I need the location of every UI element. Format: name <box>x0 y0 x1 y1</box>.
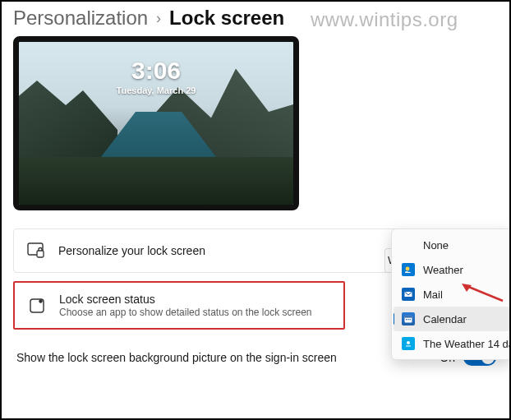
chevron-right-icon: › <box>156 10 161 27</box>
weather-14day-icon <box>402 337 415 350</box>
dropdown-item-label: None <box>423 239 449 252</box>
dropdown-item-weather[interactable]: Weather <box>394 257 510 282</box>
dropdown-item-label: Mail <box>423 288 443 301</box>
svg-point-11 <box>407 341 410 344</box>
svg-rect-7 <box>405 316 412 318</box>
svg-rect-8 <box>406 319 407 320</box>
status-widget-icon <box>28 297 46 315</box>
row-title: Lock screen status <box>59 293 330 306</box>
picture-lock-icon <box>27 242 45 260</box>
dropdown-item-weather14[interactable]: The Weather 14 day <box>394 331 510 356</box>
mail-icon <box>402 288 415 301</box>
dropdown-item-label: Calendar <box>423 313 467 325</box>
breadcrumb-current: Lock screen <box>169 7 284 30</box>
dropdown-item-calendar[interactable]: Calendar <box>394 307 510 331</box>
row-title: Show the lock screen background picture … <box>16 351 337 364</box>
svg-rect-9 <box>407 319 408 320</box>
blank-icon <box>402 238 415 252</box>
lockscreen-preview: 3:06 Tuesday, March 29 <box>13 36 299 210</box>
calendar-icon <box>402 312 415 325</box>
dropdown-item-none[interactable]: None <box>394 233 510 257</box>
svg-point-4 <box>406 267 410 271</box>
dropdown-item-label: The Weather 14 day <box>423 338 510 350</box>
breadcrumb-parent[interactable]: Personalization <box>13 7 148 30</box>
status-app-dropdown: None Weather Mail Calendar The Weather 1… <box>391 228 511 360</box>
preview-date: Tuesday, March 29 <box>19 85 293 95</box>
dropdown-item-label: Weather <box>423 264 463 276</box>
svg-rect-1 <box>37 251 44 257</box>
row-subtitle: Choose an app to show detailed status on… <box>59 307 330 318</box>
preview-time: 3:06 <box>19 57 293 85</box>
svg-point-3 <box>39 299 42 302</box>
svg-rect-10 <box>410 319 411 320</box>
lock-screen-status-row[interactable]: Lock screen status Choose an app to show… <box>13 281 345 330</box>
weather-icon <box>402 263 415 276</box>
dropdown-item-mail[interactable]: Mail <box>394 282 510 307</box>
breadcrumb: Personalization › Lock screen <box>13 7 499 30</box>
